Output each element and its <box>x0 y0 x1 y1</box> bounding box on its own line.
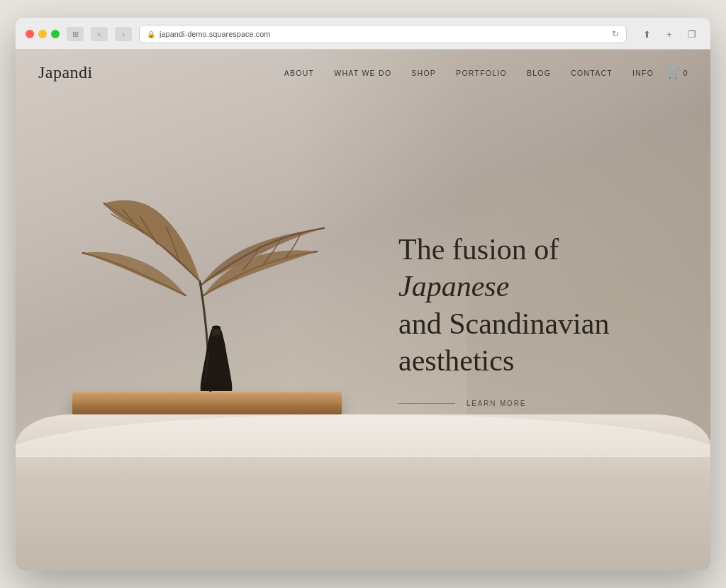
vase <box>191 324 241 395</box>
cart-count: 0 <box>683 69 688 77</box>
hero-heading-plain2: and Scandinavian <box>398 307 609 339</box>
hero-heading: The fusion of Japanese and Scandinavian … <box>398 230 668 379</box>
browser-actions: ⬆ + ❐ <box>638 27 700 41</box>
nav-link-portfolio[interactable]: PORTFOLIO <box>456 69 507 77</box>
browser-window: ⊞ ‹ › 🔒 japandi-demo.squarespace.com ↻ ⬆… <box>16 18 710 570</box>
learn-more-container: LEARN MORE <box>398 399 668 407</box>
address-bar[interactable]: 🔒 japandi-demo.squarespace.com ↻ <box>139 25 627 43</box>
hero-heading-plain: The fusion of <box>398 232 559 265</box>
learn-more-link[interactable]: LEARN MORE <box>467 399 526 407</box>
browser-chrome: ⊞ ‹ › 🔒 japandi-demo.squarespace.com ↻ ⬆… <box>16 18 710 50</box>
nav-links: ABOUT WHAT WE DO SHOP PORTFOLIO BLOG CON… <box>284 69 654 77</box>
navigation: Japandi ABOUT WHAT WE DO SHOP PORTFOLIO … <box>16 50 710 96</box>
share-button[interactable]: ⬆ <box>638 27 655 41</box>
new-tab-button[interactable]: + <box>661 27 678 41</box>
learn-more-line <box>398 402 455 403</box>
url-text: japandi-demo.squarespace.com <box>160 30 271 38</box>
lock-icon: 🔒 <box>147 30 155 38</box>
website-content: Japandi ABOUT WHAT WE DO SHOP PORTFOLIO … <box>16 50 710 570</box>
hero-heading-plain3: aesthetics <box>398 344 514 377</box>
cart-button[interactable]: 🛒 0 <box>668 67 688 79</box>
maximize-button[interactable] <box>51 30 60 38</box>
svg-point-0 <box>212 326 220 329</box>
nav-link-info[interactable]: INFO <box>632 69 654 77</box>
minimize-button[interactable] <box>38 30 47 38</box>
hero-text-block: The fusion of Japanese and Scandinavian … <box>398 230 668 407</box>
traffic-lights <box>26 30 60 38</box>
cart-icon: 🛒 <box>668 67 681 79</box>
hero-heading-italic: Japanese <box>398 270 509 303</box>
nav-link-what-we-do[interactable]: WHAT WE DO <box>334 69 391 77</box>
nav-link-about[interactable]: ABOUT <box>284 69 314 77</box>
nav-link-contact[interactable]: CONTACT <box>571 69 613 77</box>
forward-button[interactable]: › <box>115 27 132 41</box>
wooden-shelf <box>72 395 342 414</box>
window-layout-button[interactable]: ⊞ <box>67 27 84 41</box>
nav-link-blog[interactable]: BLOG <box>527 69 551 77</box>
bed-fabric <box>16 414 710 570</box>
refresh-icon[interactable]: ↻ <box>612 29 619 39</box>
copy-tab-button[interactable]: ❐ <box>683 27 700 41</box>
close-button[interactable] <box>26 30 34 38</box>
back-button[interactable]: ‹ <box>91 27 108 41</box>
nav-link-shop[interactable]: SHOP <box>411 69 436 77</box>
site-logo[interactable]: Japandi <box>38 63 93 82</box>
